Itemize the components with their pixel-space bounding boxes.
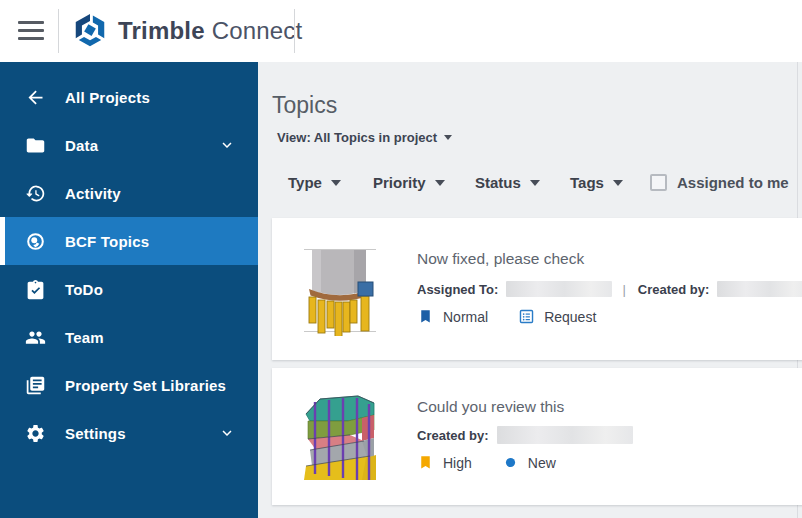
sidebar-item-label: Property Set Libraries [65,377,226,394]
topic-title: Could you review this [417,398,564,416]
topic-title: Now fixed, please check [417,250,584,268]
chevron-down-icon[interactable] [218,424,236,442]
sidebar-item-label: Team [65,329,104,346]
assigned-to-me-toggle[interactable]: Assigned to me [650,174,789,191]
created-by-value-redacted [717,281,802,297]
sidebar-item-label: Activity [65,185,121,202]
priority-label: Normal [443,309,488,325]
sidebar-item-all-projects[interactable]: All Projects [0,73,258,121]
todo-clipboard-icon [24,278,46,300]
caret-down-icon [435,180,445,186]
filter-tags-label: Tags [570,174,604,191]
sidebar-item-data[interactable]: Data [0,121,258,169]
top-header: Trimble Connect [0,0,802,62]
brand-name-light: Connect [212,17,303,44]
sidebar-item-label: BCF Topics [65,233,149,250]
sidebar-nav: All Projects Data Activity BCF Topics [0,62,258,518]
topic-thumbnail [304,394,376,480]
topics-panel: Topics View: All Topics in project Type … [258,62,802,518]
app-window: Trimble Connect All Projects Data Activi… [0,0,802,518]
sidebar-item-team[interactable]: Team [0,313,258,361]
caret-down-icon [331,180,341,186]
filter-bar: Type Priority Status Tags Assigned to me [258,174,802,202]
caret-down-icon [613,180,623,186]
status-tag: New [502,454,556,471]
priority-tag: Normal [417,308,488,325]
library-icon [24,374,46,396]
filter-type-dropdown[interactable]: Type [288,174,341,191]
history-icon [24,182,46,204]
arrow-left-icon [24,86,46,108]
topic-card[interactable]: Now fixed, please check Assigned To: | C… [272,218,802,360]
created-by-label: Created by: [638,282,710,297]
filter-status-dropdown[interactable]: Status [475,174,540,191]
topic-thumbnail [304,244,376,336]
bookmark-icon [417,454,434,471]
sidebar-item-settings[interactable]: Settings [0,409,258,457]
filter-type-label: Type [288,174,322,191]
brand-logo: Trimble Connect [72,12,302,50]
sidebar-item-label: Data [65,137,98,154]
trimble-logo-icon [72,12,108,50]
sidebar-item-bcf-topics[interactable]: BCF Topics [0,217,258,265]
hamburger-menu-icon[interactable] [18,21,44,41]
priority-label: High [443,455,472,471]
assigned-to-me-checkbox[interactable] [650,174,667,191]
bookmark-icon [417,308,434,325]
assigned-to-label: Assigned To: [417,282,498,297]
sidebar-item-label: ToDo [65,281,103,298]
assigned-to-me-label: Assigned to me [677,174,789,191]
sidebar-item-todo[interactable]: ToDo [0,265,258,313]
topic-meta: Assigned To: | Created by: [417,281,802,297]
topic-tags: Normal Request [417,308,626,325]
filter-priority-label: Priority [373,174,426,191]
filter-status-label: Status [475,174,521,191]
topic-card[interactable]: Could you review this Created by: High N… [272,368,802,505]
sidebar-item-label: All Projects [65,89,150,106]
sidebar-item-label: Settings [65,425,126,442]
created-by-label: Created by: [417,428,489,443]
filter-priority-dropdown[interactable]: Priority [373,174,445,191]
priority-tag: High [417,454,472,471]
status-dot-icon [502,454,519,471]
type-label: Request [544,309,596,325]
brand-name-bold: Trimble [118,17,205,44]
brand-name: Trimble Connect [118,17,302,45]
topic-tags: High New [417,454,586,471]
view-selector-label: View: All Topics in project [277,130,437,145]
topic-meta: Created by: [417,426,633,444]
gear-icon [24,422,46,444]
sidebar-item-property-set-libraries[interactable]: Property Set Libraries [0,361,258,409]
sidebar-item-activity[interactable]: Activity [0,169,258,217]
request-form-icon [518,308,535,325]
type-tag: Request [518,308,596,325]
assigned-to-value-redacted [506,281,612,297]
page-title: Topics [272,92,337,119]
created-by-value-redacted [497,426,633,444]
meta-separator: | [622,282,625,297]
chevron-down-icon[interactable] [218,136,236,154]
folder-icon [24,134,46,156]
bcf-icon [24,230,46,252]
caret-down-icon [530,180,540,186]
header-divider [58,9,59,53]
status-label: New [528,455,556,471]
view-selector[interactable]: View: All Topics in project [277,130,452,145]
header-divider [294,9,295,53]
caret-down-icon [444,135,452,140]
filter-tags-dropdown[interactable]: Tags [570,174,623,191]
team-icon [24,326,46,348]
